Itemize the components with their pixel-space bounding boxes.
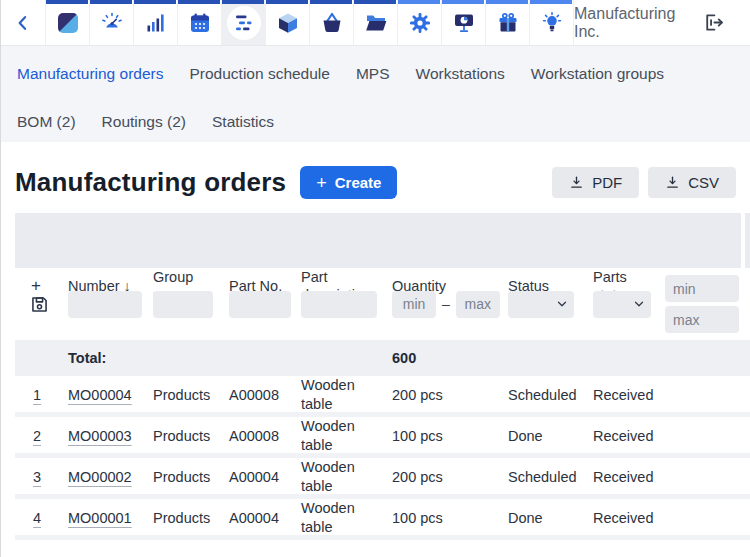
module-tab-presentation[interactable] [442, 0, 486, 45]
group-name-cell: Products [144, 509, 220, 528]
header-next-column-sliver [745, 213, 750, 268]
parts-status-cell: Received [584, 386, 659, 405]
order-number-link[interactable]: MO00003 [68, 428, 132, 444]
part-no-cell: A00008 [220, 427, 292, 446]
row-index-link[interactable]: 2 [33, 428, 41, 444]
quantity-max-input[interactable] [456, 291, 500, 318]
module-icon-strip [46, 0, 574, 45]
page-head: Manufacturing orders + Create PDF CSV [1, 142, 750, 213]
expand-all-column-header[interactable]: + [15, 277, 59, 295]
part-no-filter-input[interactable] [229, 291, 291, 318]
filter-cell-number [59, 291, 144, 318]
table-body: 1MO00004ProductsA00008Wooden table200 pc… [15, 376, 750, 540]
group-name-cell: Products [144, 386, 220, 405]
table-row: 3MO00002ProductsA00004Wooden table200 pc… [15, 458, 750, 499]
module-tab-bar-chart[interactable] [134, 0, 178, 45]
table-header-row: +Number↓Group namePart No.Part descripti… [15, 213, 750, 268]
nav-tab-workstation-groups[interactable]: Workstation groups [531, 64, 664, 83]
order-number-link: MO00002 [59, 468, 144, 487]
filter-cell-part-description [292, 291, 383, 318]
nav-tab-bom-2[interactable]: BOM (2) [17, 112, 76, 131]
part-description-cell: Wooden table [292, 376, 383, 414]
row-index-link: 2 [15, 427, 59, 446]
filter-cell-status [499, 291, 584, 318]
column-label: + [31, 276, 41, 295]
module-tab-app-logo[interactable] [46, 0, 90, 45]
quantity-cell: 200 pcs [383, 468, 499, 487]
order-number-link: MO00003 [59, 427, 144, 446]
order-number-link[interactable]: MO00001 [68, 510, 132, 526]
status-filter-select[interactable] [508, 291, 574, 318]
number-filter-input[interactable] [68, 291, 142, 318]
quantity-min-input[interactable] [392, 291, 436, 318]
group-name-filter-input[interactable] [153, 291, 213, 318]
row-index-link[interactable]: 1 [33, 387, 41, 403]
pdf-export-button[interactable]: PDF [552, 167, 639, 198]
module-tab-folder[interactable] [354, 0, 398, 45]
create-button[interactable]: + Create [300, 166, 397, 199]
module-tab-gantt[interactable] [222, 0, 266, 45]
plus-icon: + [316, 174, 327, 192]
save-filter-button[interactable] [29, 294, 50, 315]
nav-tab-mps[interactable]: MPS [356, 64, 390, 83]
nav-tab-routings-2[interactable]: Routings (2) [102, 112, 186, 131]
part-no-cell: A00008 [220, 386, 292, 405]
module-tab-lightbulb[interactable] [530, 0, 574, 45]
status-cell: Scheduled [499, 468, 584, 487]
parts-status-cell: Received [584, 427, 659, 446]
due-date-min-input[interactable] [665, 275, 739, 302]
logout-icon [701, 11, 724, 34]
logout-button[interactable] [701, 11, 724, 34]
folder-icon [364, 11, 388, 35]
module-tab-cube[interactable] [266, 0, 310, 45]
row-index-link[interactable]: 4 [33, 510, 41, 526]
bar-chart-icon [144, 11, 168, 35]
csv-button-label: CSV [688, 174, 719, 191]
create-button-label: Create [335, 174, 382, 191]
status-cell: Done [499, 509, 584, 528]
topbar-right: Manufacturing Inc. [574, 0, 750, 45]
app-logo-icon [56, 11, 80, 35]
module-tab-basket[interactable] [310, 0, 354, 45]
parts-status-cell: Received [584, 468, 659, 487]
quantity-cell: 200 pcs [383, 386, 499, 405]
orders-table: +Number↓Group namePart No.Part descripti… [15, 213, 750, 540]
nav-tab-workstations[interactable]: Workstations [416, 64, 505, 83]
lightbulb-icon [540, 11, 564, 35]
cube-icon [276, 11, 300, 35]
row-index-link[interactable]: 3 [33, 469, 41, 485]
settings-icon [408, 11, 432, 35]
basket-icon [320, 11, 344, 35]
quantity-cell: 100 pcs [383, 509, 499, 528]
csv-export-button[interactable]: CSV [648, 167, 736, 198]
filter-save-cell [15, 294, 59, 315]
module-tab-gift[interactable] [486, 0, 530, 45]
order-number-link: MO00004 [59, 386, 144, 405]
row-index-link: 1 [15, 386, 59, 405]
nav-tab-production-schedule[interactable]: Production schedule [189, 64, 329, 83]
nav-tab-manufacturing-orders[interactable]: Manufacturing orders [17, 64, 163, 83]
parts-status-filter-select[interactable] [593, 291, 651, 318]
range-separator: – [442, 296, 450, 312]
download-icon [665, 175, 680, 190]
top-icon-bar: Manufacturing Inc. [1, 0, 750, 46]
due-date-max-input[interactable] [665, 306, 739, 333]
gantt-icon [232, 11, 256, 35]
order-number-link[interactable]: MO00004 [68, 387, 132, 403]
module-tab-calendar[interactable] [178, 0, 222, 45]
order-number-link[interactable]: MO00002 [68, 469, 132, 485]
export-actions: PDF CSV [552, 167, 736, 198]
collapse-sidebar-button[interactable] [1, 0, 46, 45]
table-row: 4MO00001ProductsA00004Wooden table100 pc… [15, 499, 750, 540]
pdf-button-label: PDF [592, 174, 622, 191]
status-cell: Done [499, 427, 584, 446]
part-description-cell: Wooden table [292, 458, 383, 496]
filter-cell-group [144, 291, 220, 318]
module-tab-settings[interactable] [398, 0, 442, 45]
part-description-filter-input[interactable] [301, 291, 377, 318]
parts-status-cell: Received [584, 509, 659, 528]
presentation-icon [452, 11, 476, 35]
nav-tab-statistics[interactable]: Statistics [212, 112, 274, 131]
module-tab-dashboard[interactable] [90, 0, 134, 45]
status-cell: Scheduled [499, 386, 584, 405]
